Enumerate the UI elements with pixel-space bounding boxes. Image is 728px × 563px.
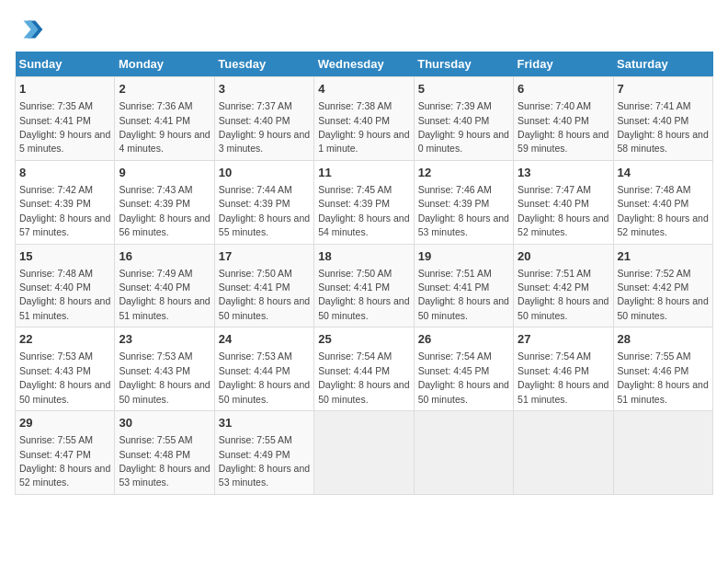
day-info: Sunrise: 7:40 AMSunset: 4:40 PMDaylight:… [518,100,609,154]
day-info: Sunrise: 7:46 AMSunset: 4:39 PMDaylight:… [418,184,509,237]
calendar-cell: 19 Sunrise: 7:51 AMSunset: 4:41 PMDaylig… [414,244,513,327]
day-number: 11 [318,165,409,181]
calendar-cell: 16 Sunrise: 7:49 AMSunset: 4:40 PMDaylig… [115,244,214,327]
day-number: 9 [119,165,210,181]
day-number: 2 [119,81,210,98]
calendar-cell: 4 Sunrise: 7:38 AMSunset: 4:40 PMDayligh… [314,77,414,161]
day-info: Sunrise: 7:50 AMSunset: 4:41 PMDaylight:… [318,268,409,321]
calendar-cell: 24 Sunrise: 7:53 AMSunset: 4:44 PMDaylig… [214,327,313,411]
day-info: Sunrise: 7:54 AMSunset: 4:45 PMDaylight:… [418,350,509,404]
calendar-table: SundayMondayTuesdayWednesdayThursdayFrid… [15,52,713,495]
day-number: 17 [219,248,310,265]
day-info: Sunrise: 7:54 AMSunset: 4:44 PMDaylight:… [318,350,409,404]
day-info: Sunrise: 7:55 AMSunset: 4:48 PMDaylight:… [119,434,210,488]
day-info: Sunrise: 7:37 AMSunset: 4:40 PMDaylight:… [219,100,310,154]
week-row-5: 29 Sunrise: 7:55 AMSunset: 4:47 PMDaylig… [16,411,713,495]
header-row: SundayMondayTuesdayWednesdayThursdayFrid… [16,52,713,77]
header-cell-thursday: Thursday [414,52,513,77]
day-number: 13 [518,165,609,181]
day-number: 12 [418,165,509,181]
day-info: Sunrise: 7:55 AMSunset: 4:49 PMDaylight:… [219,434,310,488]
day-number: 29 [19,415,110,431]
day-info: Sunrise: 7:43 AMSunset: 4:39 PMDaylight:… [119,184,210,237]
day-number: 6 [518,81,609,98]
logo [15,15,48,44]
week-row-4: 22 Sunrise: 7:53 AMSunset: 4:43 PMDaylig… [16,327,713,411]
header-cell-wednesday: Wednesday [314,52,414,77]
calendar-cell: 27 Sunrise: 7:54 AMSunset: 4:46 PMDaylig… [514,327,613,411]
calendar-cell [514,411,613,495]
week-row-3: 15 Sunrise: 7:48 AMSunset: 4:40 PMDaylig… [16,244,713,327]
day-info: Sunrise: 7:41 AMSunset: 4:40 PMDaylight:… [618,100,709,154]
day-number: 27 [518,331,609,348]
day-number: 20 [518,248,609,265]
day-info: Sunrise: 7:45 AMSunset: 4:39 PMDaylight:… [318,184,409,237]
calendar-cell: 14 Sunrise: 7:48 AMSunset: 4:40 PMDaylig… [613,160,712,244]
calendar-cell: 7 Sunrise: 7:41 AMSunset: 4:40 PMDayligh… [613,77,712,161]
day-info: Sunrise: 7:48 AMSunset: 4:40 PMDaylight:… [19,268,110,321]
day-number: 18 [318,248,409,265]
day-number: 10 [219,165,310,181]
day-number: 22 [19,331,110,348]
calendar-cell: 23 Sunrise: 7:53 AMSunset: 4:43 PMDaylig… [115,327,214,411]
day-number: 25 [318,331,409,348]
day-number: 16 [119,248,210,265]
header-cell-monday: Monday [115,52,214,77]
calendar-cell: 1 Sunrise: 7:35 AMSunset: 4:41 PMDayligh… [16,77,115,161]
day-info: Sunrise: 7:47 AMSunset: 4:40 PMDaylight:… [518,184,609,237]
calendar-cell: 18 Sunrise: 7:50 AMSunset: 4:41 PMDaylig… [314,244,414,327]
day-info: Sunrise: 7:53 AMSunset: 4:43 PMDaylight:… [119,350,210,404]
day-info: Sunrise: 7:53 AMSunset: 4:44 PMDaylight:… [219,350,310,404]
day-number: 5 [418,81,509,98]
day-number: 1 [19,81,110,98]
week-row-2: 8 Sunrise: 7:42 AMSunset: 4:39 PMDayligh… [16,160,713,244]
day-number: 4 [318,81,409,98]
day-info: Sunrise: 7:50 AMSunset: 4:41 PMDaylight:… [219,268,310,321]
calendar-cell: 28 Sunrise: 7:55 AMSunset: 4:46 PMDaylig… [613,327,712,411]
calendar-cell: 13 Sunrise: 7:47 AMSunset: 4:40 PMDaylig… [514,160,613,244]
calendar-cell: 22 Sunrise: 7:53 AMSunset: 4:43 PMDaylig… [16,327,115,411]
header-cell-sunday: Sunday [16,52,115,77]
calendar-cell: 6 Sunrise: 7:40 AMSunset: 4:40 PMDayligh… [514,77,613,161]
day-number: 8 [19,165,110,181]
header-cell-saturday: Saturday [613,52,712,77]
calendar-cell [314,411,414,495]
day-info: Sunrise: 7:44 AMSunset: 4:39 PMDaylight:… [219,184,310,237]
day-number: 24 [219,331,310,348]
logo-icon [15,15,44,44]
calendar-cell: 9 Sunrise: 7:43 AMSunset: 4:39 PMDayligh… [115,160,214,244]
calendar-cell: 25 Sunrise: 7:54 AMSunset: 4:44 PMDaylig… [314,327,414,411]
day-number: 30 [119,415,210,431]
calendar-cell: 21 Sunrise: 7:52 AMSunset: 4:42 PMDaylig… [613,244,712,327]
day-info: Sunrise: 7:38 AMSunset: 4:40 PMDaylight:… [318,100,409,154]
day-info: Sunrise: 7:42 AMSunset: 4:39 PMDaylight:… [19,184,110,237]
day-number: 7 [618,81,709,98]
calendar-cell: 20 Sunrise: 7:51 AMSunset: 4:42 PMDaylig… [514,244,613,327]
day-number: 21 [618,248,709,265]
day-info: Sunrise: 7:53 AMSunset: 4:43 PMDaylight:… [19,350,110,404]
day-number: 26 [418,331,509,348]
day-info: Sunrise: 7:36 AMSunset: 4:41 PMDaylight:… [119,100,210,154]
day-info: Sunrise: 7:52 AMSunset: 4:42 PMDaylight:… [618,268,709,321]
day-info: Sunrise: 7:51 AMSunset: 4:42 PMDaylight:… [518,268,609,321]
calendar-cell: 12 Sunrise: 7:46 AMSunset: 4:39 PMDaylig… [414,160,513,244]
day-number: 3 [219,81,310,98]
calendar-cell: 10 Sunrise: 7:44 AMSunset: 4:39 PMDaylig… [214,160,313,244]
calendar-cell [414,411,513,495]
day-info: Sunrise: 7:39 AMSunset: 4:40 PMDaylight:… [418,100,509,154]
day-number: 14 [618,165,709,181]
week-row-1: 1 Sunrise: 7:35 AMSunset: 4:41 PMDayligh… [16,77,713,161]
calendar-cell: 26 Sunrise: 7:54 AMSunset: 4:45 PMDaylig… [414,327,513,411]
calendar-cell: 15 Sunrise: 7:48 AMSunset: 4:40 PMDaylig… [16,244,115,327]
header [15,15,713,44]
calendar-cell: 5 Sunrise: 7:39 AMSunset: 4:40 PMDayligh… [414,77,513,161]
calendar-cell: 31 Sunrise: 7:55 AMSunset: 4:49 PMDaylig… [214,411,313,495]
day-number: 31 [219,415,310,431]
day-info: Sunrise: 7:55 AMSunset: 4:46 PMDaylight:… [618,350,709,404]
day-info: Sunrise: 7:55 AMSunset: 4:47 PMDaylight:… [19,434,110,488]
calendar-cell: 29 Sunrise: 7:55 AMSunset: 4:47 PMDaylig… [16,411,115,495]
day-info: Sunrise: 7:35 AMSunset: 4:41 PMDaylight:… [19,100,110,154]
day-number: 15 [19,248,110,265]
calendar-cell: 3 Sunrise: 7:37 AMSunset: 4:40 PMDayligh… [214,77,313,161]
day-number: 19 [418,248,509,265]
